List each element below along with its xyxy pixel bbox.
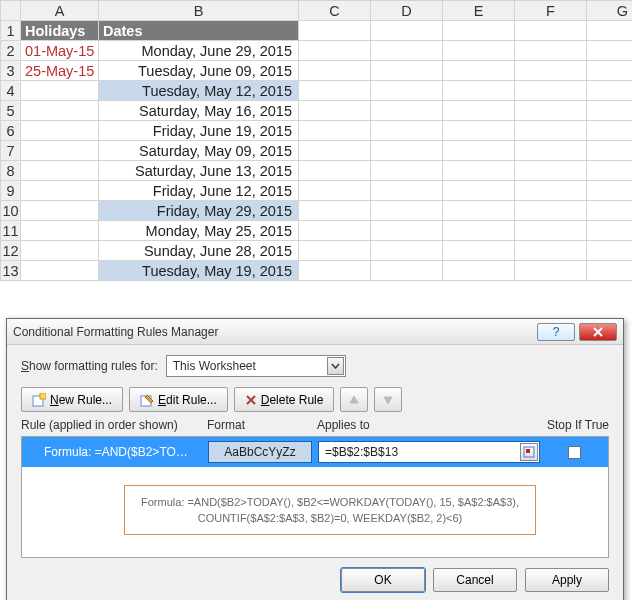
cell-A[interactable]: [21, 141, 99, 161]
empty-cell[interactable]: [587, 121, 633, 141]
header-cell-B[interactable]: Dates: [99, 21, 299, 41]
empty-cell[interactable]: [443, 181, 515, 201]
cell-A[interactable]: [21, 261, 99, 281]
empty-cell[interactable]: [515, 161, 587, 181]
dialog-titlebar[interactable]: Conditional Formatting Rules Manager ?: [7, 319, 623, 345]
cell-A[interactable]: [21, 241, 99, 261]
empty-cell[interactable]: [443, 201, 515, 221]
empty-cell[interactable]: [515, 181, 587, 201]
row-header[interactable]: 7: [1, 141, 21, 161]
empty-cell[interactable]: [299, 21, 371, 41]
col-header-C[interactable]: C: [299, 1, 371, 21]
empty-cell[interactable]: [587, 61, 633, 81]
delete-rule-button[interactable]: Delete Rule: [234, 387, 335, 412]
empty-cell[interactable]: [299, 101, 371, 121]
cell-B[interactable]: Saturday, May 09, 2015: [99, 141, 299, 161]
empty-cell[interactable]: [443, 61, 515, 81]
empty-cell[interactable]: [299, 81, 371, 101]
empty-cell[interactable]: [515, 121, 587, 141]
empty-cell[interactable]: [443, 21, 515, 41]
table-row[interactable]: 4Tuesday, May 12, 2015: [1, 81, 633, 101]
row-header[interactable]: 9: [1, 181, 21, 201]
applies-to-input[interactable]: =$B$2:$B$13: [318, 441, 540, 463]
cell-B[interactable]: Saturday, June 13, 2015: [99, 161, 299, 181]
cell-A[interactable]: 25-May-15: [21, 61, 99, 81]
empty-cell[interactable]: [587, 201, 633, 221]
empty-cell[interactable]: [299, 161, 371, 181]
col-header-F[interactable]: F: [515, 1, 587, 21]
row-header[interactable]: 1: [1, 21, 21, 41]
cell-A[interactable]: [21, 101, 99, 121]
table-row[interactable]: 13Tuesday, May 19, 2015: [1, 261, 633, 281]
select-all-corner[interactable]: [1, 1, 21, 21]
empty-cell[interactable]: [587, 261, 633, 281]
cell-B[interactable]: Friday, June 19, 2015: [99, 121, 299, 141]
new-rule-button[interactable]: New Rule...: [21, 387, 123, 412]
empty-cell[interactable]: [371, 181, 443, 201]
empty-cell[interactable]: [587, 41, 633, 61]
empty-cell[interactable]: [443, 81, 515, 101]
empty-cell[interactable]: [299, 241, 371, 261]
empty-cell[interactable]: [371, 241, 443, 261]
table-row[interactable]: 6Friday, June 19, 2015: [1, 121, 633, 141]
rules-list[interactable]: Formula: =AND($B2>TO… AaBbCcYyZz =$B$2:$…: [21, 436, 609, 558]
help-button[interactable]: ?: [537, 323, 575, 341]
empty-cell[interactable]: [371, 81, 443, 101]
empty-cell[interactable]: [515, 81, 587, 101]
row-header[interactable]: 6: [1, 121, 21, 141]
empty-cell[interactable]: [443, 101, 515, 121]
empty-cell[interactable]: [371, 61, 443, 81]
table-row[interactable]: 9Friday, June 12, 2015: [1, 181, 633, 201]
cancel-button[interactable]: Cancel: [433, 568, 517, 592]
empty-cell[interactable]: [443, 121, 515, 141]
scope-combo[interactable]: This Worksheet: [166, 355, 346, 377]
cell-B[interactable]: Saturday, May 16, 2015: [99, 101, 299, 121]
row-header[interactable]: 8: [1, 161, 21, 181]
cell-A[interactable]: [21, 121, 99, 141]
empty-cell[interactable]: [587, 241, 633, 261]
row-header[interactable]: 3: [1, 61, 21, 81]
empty-cell[interactable]: [299, 261, 371, 281]
table-row[interactable]: 201-May-15Monday, June 29, 2015: [1, 41, 633, 61]
cell-B[interactable]: Tuesday, May 19, 2015: [99, 261, 299, 281]
empty-cell[interactable]: [587, 161, 633, 181]
table-row[interactable]: 11Monday, May 25, 2015: [1, 221, 633, 241]
empty-cell[interactable]: [443, 241, 515, 261]
empty-cell[interactable]: [515, 61, 587, 81]
table-row[interactable]: 1HolidaysDates: [1, 21, 633, 41]
move-down-button[interactable]: [374, 387, 402, 412]
cell-B[interactable]: Monday, June 29, 2015: [99, 41, 299, 61]
row-header[interactable]: 2: [1, 41, 21, 61]
empty-cell[interactable]: [587, 181, 633, 201]
empty-cell[interactable]: [515, 41, 587, 61]
cell-B[interactable]: Tuesday, May 12, 2015: [99, 81, 299, 101]
empty-cell[interactable]: [371, 21, 443, 41]
empty-cell[interactable]: [515, 261, 587, 281]
table-row[interactable]: 5Saturday, May 16, 2015: [1, 101, 633, 121]
empty-cell[interactable]: [371, 121, 443, 141]
empty-cell[interactable]: [587, 81, 633, 101]
cell-A[interactable]: 01-May-15: [21, 41, 99, 61]
empty-cell[interactable]: [587, 21, 633, 41]
empty-cell[interactable]: [587, 221, 633, 241]
empty-cell[interactable]: [299, 141, 371, 161]
col-header-G[interactable]: G: [587, 1, 633, 21]
row-header[interactable]: 13: [1, 261, 21, 281]
empty-cell[interactable]: [371, 261, 443, 281]
row-header[interactable]: 11: [1, 221, 21, 241]
ok-button[interactable]: OK: [341, 568, 425, 592]
table-row[interactable]: 8Saturday, June 13, 2015: [1, 161, 633, 181]
empty-cell[interactable]: [515, 201, 587, 221]
col-header-E[interactable]: E: [443, 1, 515, 21]
empty-cell[interactable]: [443, 141, 515, 161]
table-row[interactable]: 10Friday, May 29, 2015: [1, 201, 633, 221]
empty-cell[interactable]: [515, 241, 587, 261]
header-cell-A[interactable]: Holidays: [21, 21, 99, 41]
cell-A[interactable]: [21, 81, 99, 101]
empty-cell[interactable]: [299, 61, 371, 81]
empty-cell[interactable]: [443, 261, 515, 281]
cell-A[interactable]: [21, 201, 99, 221]
table-row[interactable]: 325-May-15Tuesday, June 09, 2015: [1, 61, 633, 81]
cell-B[interactable]: Friday, May 29, 2015: [99, 201, 299, 221]
edit-rule-button[interactable]: Edit Rule...: [129, 387, 228, 412]
